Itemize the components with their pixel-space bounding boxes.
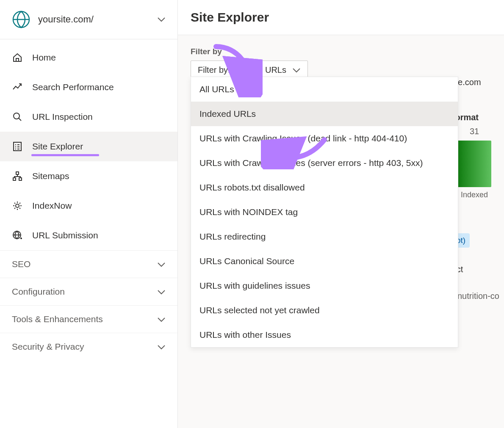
- sidebar-group-configuration[interactable]: Configuration: [0, 278, 177, 305]
- filter-option-other-issues[interactable]: URLs with other Issues: [191, 323, 458, 347]
- site-label: yoursite.com/: [38, 14, 150, 25]
- main-body: Filter by Filter by: Indexed URLs All UR…: [178, 35, 504, 428]
- main: Site Explorer Filter by Filter by: Index…: [178, 0, 504, 428]
- filter-option-canonical[interactable]: URLs Canonical Source: [191, 249, 458, 273]
- sidebar-item-search-performance[interactable]: Search Performance: [0, 72, 177, 102]
- sidebar-item-label: URL Submission: [32, 230, 98, 240]
- nav: Home Search Performance URL Inspection S…: [0, 39, 177, 250]
- svg-rect-5: [19, 178, 22, 180]
- svg-point-6: [16, 204, 19, 207]
- sidebar-group-label: Tools & Enhancements: [12, 314, 103, 324]
- sidebar-item-label: URL Inspection: [32, 112, 93, 122]
- svg-rect-4: [13, 178, 16, 180]
- chevron-down-icon: [157, 15, 166, 24]
- search-icon: [12, 111, 23, 122]
- sidebar-group-label: Configuration: [12, 287, 65, 297]
- sidebar-item-indexnow[interactable]: IndexNow: [0, 191, 177, 221]
- filter-option-noindex[interactable]: URLs with NOINDEX tag: [191, 200, 458, 224]
- sidebar-item-site-explorer[interactable]: Site Explorer: [0, 132, 177, 161]
- list-check-icon: [12, 141, 23, 152]
- chevron-down-icon: [157, 287, 166, 297]
- chevron-down-icon: [157, 314, 166, 324]
- filter-option-crawl-404[interactable]: URLs with Crawling Issues (dead link - h…: [191, 126, 458, 151]
- sidebar-item-label: Home: [32, 52, 56, 63]
- sitemap-icon: [12, 171, 23, 182]
- filter-dropdown: All URLs Indexed URLs URLs with Crawling…: [191, 77, 458, 348]
- sidebar-item-label: Site Explorer: [32, 141, 83, 152]
- home-icon: [12, 52, 23, 63]
- filter-option-guidelines[interactable]: URLs with guidelines issues: [191, 273, 458, 298]
- filter-button-label: Filter by: Indexed URLs: [198, 65, 286, 75]
- globe-icon: [12, 10, 30, 29]
- annotation-underline: [31, 154, 99, 156]
- gear-icon: [12, 200, 23, 211]
- svg-rect-3: [16, 172, 19, 174]
- filter-option-redirecting[interactable]: URLs redirecting: [191, 224, 458, 249]
- site-switcher[interactable]: yoursite.com/: [0, 0, 177, 39]
- sidebar-item-url-submission[interactable]: URL Submission: [0, 221, 177, 250]
- sidebar-item-label: Sitemaps: [32, 171, 69, 181]
- globe-plus-icon: [12, 230, 23, 241]
- sidebar-group-seo[interactable]: SEO: [0, 250, 177, 278]
- chevron-down-icon: [157, 342, 166, 352]
- file-name-fragment: nutrition-co: [457, 291, 499, 301]
- filter-option-selected-not-crawled[interactable]: URLs selected not yet crawled: [191, 298, 458, 323]
- chevron-down-icon: [292, 65, 301, 75]
- chevron-down-icon: [157, 259, 166, 269]
- sidebar-group-label: Security & Privacy: [12, 342, 84, 352]
- sidebar-group-tools[interactable]: Tools & Enhancements: [0, 305, 177, 333]
- sidebar-item-sitemaps[interactable]: Sitemaps: [0, 161, 177, 191]
- sidebar-item-label: Search Performance: [32, 82, 114, 92]
- filter-option-indexed-urls[interactable]: Indexed URLs: [191, 102, 458, 126]
- svg-point-1: [14, 113, 19, 119]
- sidebar-group-label: SEO: [12, 259, 30, 269]
- sidebar-group-security[interactable]: Security & Privacy: [0, 333, 177, 360]
- indexed-bar: [457, 141, 491, 187]
- page-title: Site Explorer: [178, 0, 504, 35]
- filter-option-crawl-5xx[interactable]: URLs with Crawling Issues (server errors…: [191, 151, 458, 175]
- sidebar-item-url-inspection[interactable]: URL Inspection: [0, 102, 177, 132]
- sidebar-item-home[interactable]: Home: [0, 43, 177, 72]
- sidebar: yoursite.com/ Home Search Performance: [0, 0, 178, 428]
- filter-option-robots-disallowed[interactable]: URLs robots.txt disallowed: [191, 175, 458, 200]
- trend-up-icon: [12, 82, 23, 93]
- sidebar-item-label: IndexNow: [32, 201, 72, 211]
- filter-option-all-urls[interactable]: All URLs: [191, 77, 458, 102]
